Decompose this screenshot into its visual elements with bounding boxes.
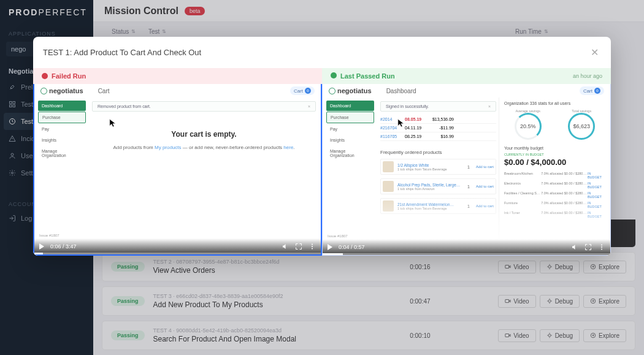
table-row: #11670508.25.19$16.99 — [380, 132, 496, 141]
toast: Signed in successfully.× — [380, 101, 496, 112]
nav-purchase: Purchase — [38, 112, 86, 123]
issue-label: Issue #1807 — [328, 234, 348, 238]
modal-overlay[interactable]: TEST 1: Add Product To Cart And Check Ou… — [0, 0, 644, 355]
nav-manage: Manage Organization — [38, 146, 86, 161]
svg-point-17 — [312, 246, 313, 247]
volume-icon[interactable] — [571, 243, 578, 251]
svg-point-20 — [601, 246, 602, 248]
passed-header: Last Passed Run an hour ago — [322, 68, 611, 84]
budget-line: Furniture7.0% allocated $0.00 / $280.00I… — [504, 200, 605, 210]
budget-line: Electronics7.0% allocated $0.00 / $280.0… — [504, 180, 605, 190]
nav-dashboard: Dashboard — [38, 101, 86, 111]
play-icon[interactable] — [39, 243, 44, 250]
donut-chart-icon: 20.5% — [515, 113, 542, 140]
negotiatus-logo: negotiatus — [329, 87, 372, 94]
close-icon[interactable]: ✕ — [588, 44, 601, 61]
more-icon[interactable] — [309, 243, 316, 250]
svg-point-16 — [312, 244, 313, 245]
product-thumb-icon — [383, 161, 394, 172]
nav-pay: Pay — [38, 124, 86, 134]
failed-video[interactable]: negotiatus Cart Cart0 Dashboard Purchase… — [33, 84, 322, 256]
more-icon[interactable] — [598, 243, 605, 251]
svg-point-19 — [601, 245, 602, 246]
product-item: 1/2 Allspice White1 tub ships from Tatum… — [380, 159, 496, 175]
budget-line: Facilities / Cleaning Supplies7.0% alloc… — [504, 190, 605, 200]
nav-manage: Manage Organization — [326, 146, 374, 161]
empty-cart-title: Your cart is empty. — [92, 130, 316, 139]
seek-bar[interactable] — [323, 253, 610, 255]
logo-mark-icon — [329, 88, 335, 94]
toast: Removed product from cart.× — [92, 101, 316, 112]
cart-chip: Cart0 — [290, 86, 315, 95]
video-time: 0:04 / 0:57 — [339, 244, 365, 250]
nav-dashboard: Dashboard — [326, 101, 374, 111]
pass-dot-icon — [331, 72, 337, 78]
cart-chip: Cart0 — [580, 86, 604, 95]
product-item: 21st Amendment Watermelon…1 tub ships fr… — [380, 198, 496, 214]
video-time: 0:06 / 3:47 — [50, 243, 77, 250]
seek-bar[interactable] — [34, 253, 321, 254]
failed-pane: Failed Run negotiatus Cart Cart0 Dashboa… — [33, 68, 322, 256]
logo-mark-icon — [40, 88, 47, 94]
app-nav: Dashboard Purchase Pay Insights Manage O… — [323, 97, 375, 239]
budget-line: Breakroom/Kitchen7.0% allocated $0.00 / … — [504, 170, 605, 180]
fullscreen-icon[interactable] — [295, 243, 302, 250]
close-icon: × — [308, 104, 310, 109]
app-nav: Dashboard Purchase Pay Insights Manage O… — [34, 97, 87, 239]
section-heading: Frequently ordered products — [380, 150, 496, 155]
failed-header: Failed Run — [33, 68, 322, 84]
empty-cart-sub: Add products from My products — or add n… — [92, 145, 316, 150]
svg-point-18 — [312, 248, 313, 250]
issue-label: Issue #1807 — [39, 234, 59, 237]
passed-pane: Last Passed Run an hour ago negotiatus D… — [322, 68, 611, 256]
passed-video[interactable]: negotiatus Dashboard Cart0 Dashboard Pur… — [322, 84, 611, 256]
modal-title: TEST 1: Add Product To Cart And Check Ou… — [43, 48, 201, 57]
donut-chart-icon: $6,623 — [568, 113, 595, 140]
fail-dot-icon — [42, 73, 48, 79]
nav-insights: Insights — [38, 135, 86, 145]
nav-insights: Insights — [326, 135, 374, 145]
nav-pay: Pay — [326, 124, 374, 134]
product-thumb-icon — [383, 200, 394, 212]
table-row: #21670404.11.19-$11.99 — [380, 124, 496, 132]
negotiatus-logo: negotiatus — [40, 87, 83, 94]
nav-purchase: Purchase — [326, 112, 374, 123]
product-item: Alcohol Prep Pads, Sterile, Large…1 tub … — [380, 178, 496, 194]
test-detail-modal: TEST 1: Add Product To Cart And Check Ou… — [33, 37, 611, 256]
breadcrumb: Dashboard — [386, 88, 416, 94]
svg-point-21 — [601, 249, 602, 250]
breadcrumb: Cart — [98, 88, 110, 94]
product-thumb-icon — [383, 181, 394, 192]
fullscreen-icon[interactable] — [585, 243, 592, 251]
budget-line: Ink / Toner7.0% allocated $0.00 / $280.0… — [504, 210, 605, 219]
volume-icon[interactable] — [282, 243, 289, 250]
table-row: #201408.05.19$13,536.09 — [380, 115, 496, 124]
stats-panel: Organization 336 stats for all users Ave… — [499, 97, 610, 239]
modal-header: TEST 1: Add Product To Cart And Check Ou… — [33, 37, 611, 68]
play-icon[interactable] — [328, 244, 332, 250]
close-icon: × — [488, 104, 491, 109]
